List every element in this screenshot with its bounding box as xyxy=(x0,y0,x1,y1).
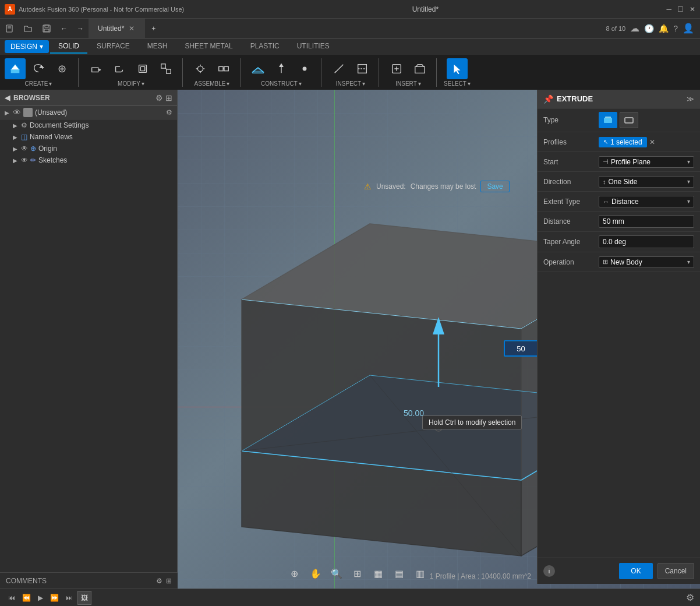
tab-sheet-metal[interactable]: SHEET METAL xyxy=(176,40,241,54)
extrude-title-label: EXTRUDE xyxy=(557,94,593,103)
tab-plastic[interactable]: PLASTIC xyxy=(242,40,288,54)
minimize-button[interactable]: ─ xyxy=(666,5,671,13)
browser-doc-settings-item[interactable]: ▶ ⚙ Document Settings xyxy=(0,119,177,131)
type-solid-button[interactable] xyxy=(599,112,617,128)
create-group-label: CREATE xyxy=(25,80,48,87)
status-bar: ⏮ ⏪ ▶ ⏩ ⏭ 🖼 ⚙ xyxy=(0,589,700,606)
inspect-section-button[interactable] xyxy=(352,58,373,79)
modify-scale-button[interactable] xyxy=(155,58,176,79)
inspect-measure-button[interactable] xyxy=(328,58,349,79)
playback-next-button[interactable]: ⏩ xyxy=(48,593,61,603)
display-settings-button[interactable]: ▦ xyxy=(370,565,387,582)
comments-settings-icon[interactable]: ⚙ xyxy=(156,577,162,585)
toolbar-content: ⊕ CREATE ▾ MODIFY ▾ xyxy=(0,55,700,90)
maximize-button[interactable]: ☐ xyxy=(677,5,684,13)
direction-select[interactable]: ↕ One Side ▾ xyxy=(599,176,694,188)
extent-type-select[interactable]: ↔ Distance ▾ xyxy=(599,196,694,207)
tab-solid[interactable]: SOLID xyxy=(50,40,87,54)
construct-group-expand[interactable]: ▾ xyxy=(299,80,302,87)
browser-named-views-item[interactable]: ▶ ◫ Named Views xyxy=(0,131,177,143)
start-chevron-icon: ▾ xyxy=(687,158,690,165)
ok-button[interactable]: OK xyxy=(619,563,652,579)
modify-press-pull-button[interactable] xyxy=(86,58,107,79)
tab-mesh[interactable]: MESH xyxy=(139,40,176,54)
new-file-button[interactable] xyxy=(0,19,19,38)
inspect-group-expand[interactable]: ▾ xyxy=(362,80,365,87)
open-file-button[interactable] xyxy=(19,19,37,38)
bell-icon: 🔔 xyxy=(659,24,669,33)
tab-surface[interactable]: SURFACE xyxy=(89,40,138,54)
construct-axis-button[interactable] xyxy=(271,58,292,79)
select-group-expand[interactable]: ▾ xyxy=(468,80,471,87)
settings-gear-icon[interactable]: ⚙ xyxy=(686,593,694,603)
pan-button[interactable]: ✋ xyxy=(307,565,324,582)
new-tab-button[interactable]: + xyxy=(147,19,160,38)
construct-point-button[interactable] xyxy=(294,58,315,79)
sketches-eye-icon[interactable]: 👁 xyxy=(21,156,28,164)
save-button[interactable]: Save xyxy=(480,181,509,192)
playback-end-button[interactable]: ⏭ xyxy=(63,593,75,603)
distance-label: Distance xyxy=(543,217,599,226)
playback-prev-button[interactable]: ⏪ xyxy=(20,593,33,603)
root-eye-icon[interactable]: 👁 xyxy=(13,108,21,117)
zoom-button[interactable]: 🔍 xyxy=(328,565,345,582)
design-mode-button[interactable]: DESIGN ▾ xyxy=(5,40,49,53)
root-settings-icon[interactable]: ⚙ xyxy=(166,108,172,117)
svg-marker-8 xyxy=(40,65,44,68)
assemble-rigid-button[interactable] xyxy=(213,58,234,79)
create-revolve-button[interactable] xyxy=(28,58,49,79)
user-avatar[interactable]: 👤 xyxy=(683,23,694,34)
create-group-expand[interactable]: ▾ xyxy=(49,80,52,87)
playback-play-button[interactable]: ▶ xyxy=(36,593,45,603)
extrude-panel-expand-icon[interactable]: ≫ xyxy=(687,95,694,103)
assemble-group-expand[interactable]: ▾ xyxy=(227,80,229,87)
profiles-selected-badge[interactable]: ↖ 1 selected xyxy=(599,137,647,147)
view-options-button[interactable]: ▥ xyxy=(412,565,429,582)
playback-start-button[interactable]: ⏮ xyxy=(6,593,17,603)
fit-button[interactable]: ⊞ xyxy=(349,565,366,582)
browser-collapse-icon[interactable]: ◀ xyxy=(5,94,10,102)
create-extrude-button[interactable] xyxy=(5,58,26,79)
profiles-count-label: 1 selected xyxy=(610,138,642,146)
browser-sketches-item[interactable]: ▶ 👁 ✏ Sketches xyxy=(0,154,177,166)
insert-svg-button[interactable] xyxy=(409,58,430,79)
toolbar-group-create: ⊕ CREATE ▾ xyxy=(5,58,79,87)
undo-button[interactable]: ← xyxy=(56,19,72,38)
origin-eye-icon[interactable]: 👁 xyxy=(21,145,28,153)
operation-select[interactable]: ⊞ New Body ▾ xyxy=(599,256,694,268)
modify-fillet-button[interactable] xyxy=(109,58,130,79)
cancel-button[interactable]: Cancel xyxy=(657,563,694,579)
taper-angle-input[interactable] xyxy=(599,235,694,248)
svg-marker-36 xyxy=(242,300,521,480)
insert-derive-button[interactable] xyxy=(386,58,407,79)
modify-shell-button[interactable] xyxy=(132,58,153,79)
save-file-button[interactable] xyxy=(37,19,56,38)
redo-button[interactable]: → xyxy=(72,19,89,38)
status-bar-left: ⏮ ⏪ ▶ ⏩ ⏭ 🖼 xyxy=(6,591,91,605)
start-select[interactable]: ⊣ Profile Plane ▾ xyxy=(599,156,694,168)
select-button[interactable] xyxy=(447,58,468,79)
close-button[interactable]: ✕ xyxy=(690,5,695,13)
info-button[interactable]: i xyxy=(543,565,555,577)
comments-expand-icon[interactable]: ⊞ xyxy=(166,577,172,585)
orbit-button[interactable]: ⊕ xyxy=(287,565,303,582)
tab-utilities[interactable]: UTILITIES xyxy=(289,40,338,54)
clock-icon: 🕐 xyxy=(644,24,654,33)
modify-group-expand[interactable]: ▾ xyxy=(142,80,144,87)
type-surface-button[interactable] xyxy=(620,112,638,128)
browser-root-item[interactable]: ▶ 👁 (Unsaved) ⚙ xyxy=(0,106,177,119)
insert-group-expand[interactable]: ▾ xyxy=(418,80,421,87)
browser-origin-item[interactable]: ▶ 👁 ⊕ Origin xyxy=(0,143,177,154)
assemble-joint-button[interactable] xyxy=(190,58,211,79)
tab-close-button[interactable]: ✕ xyxy=(129,24,135,33)
browser-expand-icon[interactable]: ⊞ xyxy=(165,93,172,103)
distance-input[interactable] xyxy=(599,215,694,228)
grid-settings-button[interactable]: ▤ xyxy=(391,565,408,582)
profiles-clear-button[interactable]: ✕ xyxy=(649,138,655,146)
dimension-input[interactable] xyxy=(505,342,537,355)
toolbar-tab-bar: DESIGN ▾ SOLID SURFACE MESH SHEET METAL … xyxy=(0,38,700,55)
browser-settings-icon[interactable]: ⚙ xyxy=(155,93,163,103)
file-tab-item[interactable]: Untitled* ✕ xyxy=(89,19,144,38)
create-more-button[interactable]: ⊕ xyxy=(51,58,72,79)
construct-plane-button[interactable] xyxy=(248,58,268,79)
